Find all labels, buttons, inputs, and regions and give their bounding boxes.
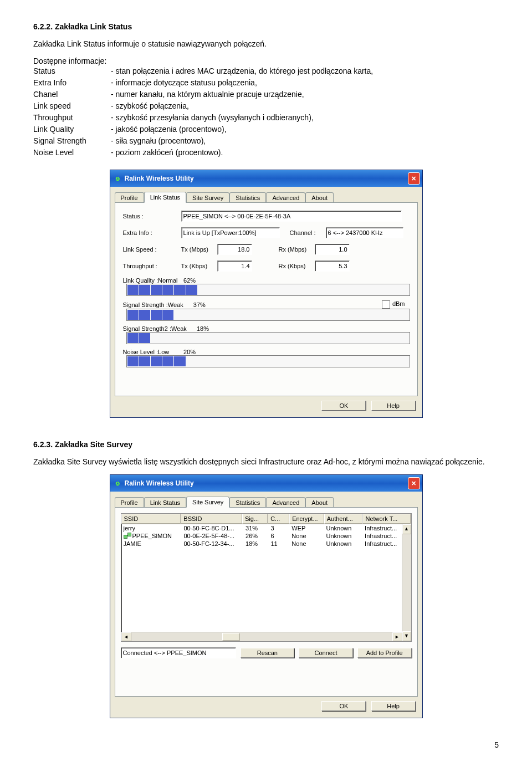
cell: None xyxy=(289,540,324,548)
col-bssid[interactable]: BSSID xyxy=(181,514,242,524)
add-profile-button[interactable]: Add to Profile xyxy=(357,648,412,658)
cell: PPEE_SIMON xyxy=(121,532,182,540)
table-row[interactable]: jerry00-50-FC-8C-D1...31%3WEPUnknownInfr… xyxy=(121,524,411,532)
app-icon: ⎊ xyxy=(114,174,122,183)
cell: 00-50-FC-8C-D1... xyxy=(181,524,243,532)
site-survey-panel: SSID BSSID Sig... C... Encrypt... Authen… xyxy=(115,507,418,697)
scroll-left-icon[interactable]: ◄ xyxy=(121,632,131,641)
section1-title: 6.2.2. Zakładka Link Status xyxy=(33,22,499,31)
rescan-button[interactable]: Rescan xyxy=(241,648,295,658)
list-header: SSID BSSID Sig... C... Encrypt... Authen… xyxy=(121,514,411,524)
def-term: Status xyxy=(33,65,111,77)
cell: Unknown xyxy=(324,532,362,540)
rx-mbps-field: 1.0 xyxy=(315,244,350,255)
table-row[interactable]: PPEE_SIMON00-0E-2E-5F-48-...26%6NoneUnkn… xyxy=(121,532,411,540)
link-quality-label: Link Quality : xyxy=(123,277,158,284)
vertical-scrollbar[interactable]: ▲ ▼ xyxy=(402,524,411,641)
help-button[interactable]: Help xyxy=(371,401,416,411)
def-term: Signal Strength xyxy=(33,135,111,147)
cell: 3 xyxy=(268,524,289,532)
link-status-panel: Status : PPEE_SIMON <--> 00-0E-2E-5F-48-… xyxy=(115,202,418,396)
col-ssid[interactable]: SSID xyxy=(121,514,181,524)
tab-site-survey[interactable]: Site Survey xyxy=(186,192,229,203)
noise-pct: 20% xyxy=(183,349,206,355)
cell: Unknown xyxy=(324,524,362,532)
tab-profile[interactable]: Profile xyxy=(115,192,144,203)
scroll-right-icon[interactable]: ► xyxy=(392,632,402,641)
help-button[interactable]: Help xyxy=(371,701,416,711)
tab-link-status[interactable]: Link Status xyxy=(144,192,186,203)
tab-about[interactable]: About xyxy=(305,192,334,203)
window-title: Ralink Wireless Utility xyxy=(125,479,194,487)
cell: jerry xyxy=(121,524,182,532)
dbm-checkbox[interactable] xyxy=(382,300,390,309)
connection-status-field: Connected <--> PPEE_SIMON xyxy=(121,647,236,658)
tab-profile[interactable]: Profile xyxy=(115,497,144,508)
def-desc: - szybkość przesyłania danych (wysyłanyc… xyxy=(111,112,499,124)
cell: 00-0E-2E-5F-48-... xyxy=(181,532,243,540)
defs-header: Dostępne informacje: xyxy=(33,57,499,65)
scroll-thumb[interactable] xyxy=(222,633,240,641)
linkspeed-label: Link Speed : xyxy=(123,246,181,253)
tab-advanced[interactable]: Advanced xyxy=(266,497,305,508)
s1-level: Weak xyxy=(168,301,193,308)
scroll-down-icon[interactable]: ▼ xyxy=(402,631,411,641)
tx-kbps-label: Tx (Kbps) xyxy=(181,263,217,269)
tx-mbps-field: 18.0 xyxy=(217,244,252,255)
ok-button[interactable]: OK xyxy=(321,401,366,411)
section2-title: 6.2.3. Zakładka Site Survey xyxy=(33,440,499,449)
tab-statistics[interactable]: Statistics xyxy=(229,497,266,508)
dbm-label: dBm xyxy=(392,300,405,307)
tx-mbps-label: Tx (Mbps) xyxy=(181,246,217,253)
noise-bar xyxy=(126,355,411,367)
ralink-utility-dialog-survey: ⎊ Ralink Wireless Utility ✕ Profile Link… xyxy=(110,474,423,718)
cell: Unknown xyxy=(324,540,362,548)
tab-site-survey[interactable]: Site Survey xyxy=(186,497,229,508)
tab-statistics[interactable]: Statistics xyxy=(229,192,266,203)
close-button[interactable]: ✕ xyxy=(408,477,420,489)
lq-level: Normal xyxy=(158,277,183,284)
tab-about[interactable]: About xyxy=(305,497,334,508)
rx-kbps-label: Rx (Kbps) xyxy=(279,263,315,269)
cell: None xyxy=(289,532,324,540)
lq-pct: 62% xyxy=(183,277,206,284)
connect-button[interactable]: Connect xyxy=(299,648,353,658)
titlebar[interactable]: ⎊ Ralink Wireless Utility ✕ xyxy=(110,475,422,492)
col-encrypt[interactable]: Encrypt... xyxy=(289,514,324,524)
channel-field: 6 <--> 2437000 KHz xyxy=(326,227,403,238)
signal2-label: Signal Strength2 : xyxy=(123,325,171,332)
col-channel[interactable]: C... xyxy=(268,514,289,524)
section2-intro: Zakładka Site Survey wyświetla listę wsz… xyxy=(33,457,499,466)
tx-kbps-field: 1.4 xyxy=(217,260,252,272)
lq-bar xyxy=(126,284,411,296)
s1-bar xyxy=(126,309,411,321)
extra-label: Extra Info : xyxy=(123,229,181,236)
col-auth[interactable]: Authent... xyxy=(324,514,363,524)
tab-link-status[interactable]: Link Status xyxy=(144,497,186,508)
table-row[interactable]: JAMIE00-50-FC-12-34-...18%11NoneUnknownI… xyxy=(121,540,411,548)
cell: WEP xyxy=(289,524,324,532)
ok-button[interactable]: OK xyxy=(321,701,366,711)
status-label: Status : xyxy=(123,213,181,219)
cell: 6 xyxy=(268,532,289,540)
status-row: Connected <--> PPEE_SIMON Rescan Connect… xyxy=(121,647,412,658)
titlebar[interactable]: ⎊ Ralink Wireless Utility ✕ xyxy=(110,170,422,187)
col-nettype[interactable]: Network T... xyxy=(362,514,411,524)
close-button[interactable]: ✕ xyxy=(408,172,420,185)
s2-bar xyxy=(126,332,411,344)
extra-field: Link is Up [TxPower:100%] xyxy=(181,227,280,238)
s2-level: Weak xyxy=(171,325,197,332)
rx-mbps-label: Rx (Mbps) xyxy=(279,246,315,253)
def-term: Chanel xyxy=(33,89,111,100)
cell: 26% xyxy=(243,532,268,540)
channel-label: Channel : xyxy=(290,229,326,236)
network-list[interactable]: SSID BSSID Sig... C... Encrypt... Authen… xyxy=(121,513,412,642)
tab-advanced[interactable]: Advanced xyxy=(266,192,305,203)
tabstrip: Profile Link Status Site Survey Statisti… xyxy=(115,497,418,508)
def-desc: - numer kanału, na którym aktualnie prac… xyxy=(111,89,499,100)
col-signal[interactable]: Sig... xyxy=(242,514,268,524)
ralink-utility-dialog: ⎊ Ralink Wireless Utility ✕ Profile Link… xyxy=(110,170,423,418)
scroll-up-icon[interactable]: ▲ xyxy=(402,524,411,534)
horizontal-scrollbar[interactable]: ◄ ► xyxy=(121,632,402,641)
definitions-list: Dostępne informacje: Status- stan połącz… xyxy=(33,57,499,159)
